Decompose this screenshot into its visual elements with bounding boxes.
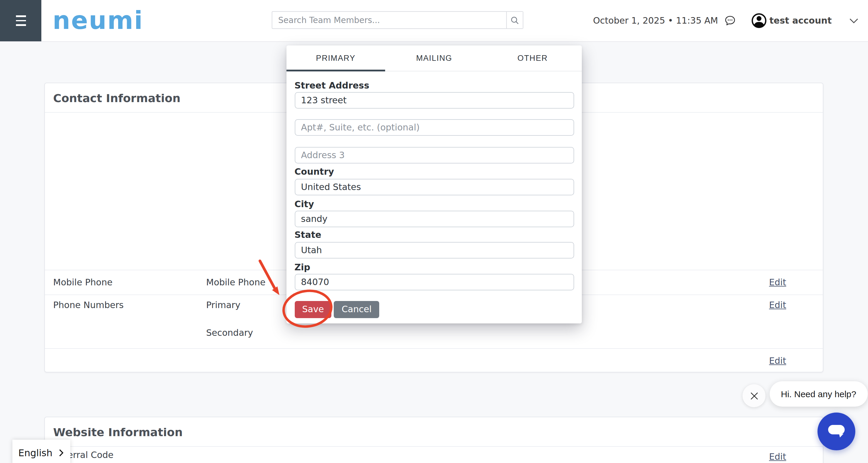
close-icon: [750, 392, 758, 400]
row-value: Secondary: [206, 329, 253, 338]
row-value: Mobile Phone: [206, 278, 266, 287]
language-label: English: [18, 448, 53, 459]
zip-label: Zip: [294, 263, 574, 272]
hamburger-menu-icon: [16, 15, 26, 17]
messages-button[interactable]: [724, 15, 735, 26]
country-label: Country: [294, 168, 574, 176]
edit-link[interactable]: Edit: [769, 301, 786, 310]
modal-button-row: Save Cancel: [294, 301, 574, 318]
brand-logo[interactable]: neumi: [53, 8, 144, 33]
search-button[interactable]: [506, 12, 523, 28]
chevron-down-icon: [849, 18, 858, 23]
datetime-label: October 1, 2025 • 11:35 AM: [593, 15, 718, 26]
modal-body: Street Address Country City State Zip Sa…: [286, 81, 582, 318]
save-button[interactable]: Save: [294, 301, 332, 318]
top-navbar: neumi October 1, 2025 • 11:35 AM: [0, 0, 868, 42]
row-label: Mobile Phone: [53, 278, 113, 287]
chat-bubble-icon: [826, 423, 846, 440]
hamburger-menu-icon: [16, 25, 26, 26]
active-tab-indicator: [286, 69, 385, 71]
hamburger-menu-icon: [16, 20, 26, 22]
app-root: neumi October 1, 2025 • 11:35 AM: [0, 0, 868, 463]
chevron-right-icon: [59, 449, 64, 457]
chat-bubble-icon: [724, 15, 735, 26]
modal-tab-bar: PRIMARY MAILING OTHER: [286, 45, 582, 71]
street-address-label: Street Address: [294, 81, 574, 90]
state-label: State: [294, 231, 574, 240]
website-information-card: Website Information Referral Code Edit: [44, 417, 824, 463]
chat-close-button[interactable]: [742, 384, 766, 407]
account-menu-button[interactable]: [750, 12, 767, 29]
hamburger-menu-button[interactable]: [0, 0, 41, 41]
tab-mailing[interactable]: MAILING: [385, 45, 483, 71]
country-field[interactable]: [294, 178, 574, 195]
address-edit-modal: PRIMARY MAILING OTHER Street Address Cou…: [286, 45, 582, 323]
street-address-field[interactable]: [294, 92, 574, 108]
chat-launcher-button[interactable]: [817, 412, 855, 450]
edit-link[interactable]: Edit: [769, 278, 786, 287]
chat-greeting[interactable]: Hi. Need any help?: [770, 381, 867, 407]
language-selector[interactable]: English: [12, 440, 70, 463]
row-label: Phone Numbers: [53, 301, 124, 310]
tab-other[interactable]: OTHER: [484, 45, 582, 71]
state-field[interactable]: [294, 242, 574, 258]
user-avatar-icon: [750, 12, 767, 29]
edit-link[interactable]: Edit: [769, 357, 786, 366]
account-caret-button[interactable]: [849, 18, 858, 23]
zip-field[interactable]: [294, 274, 574, 290]
search-bar: [272, 11, 523, 29]
contact-card-title: Contact Information: [53, 91, 181, 104]
address3-field[interactable]: [294, 147, 574, 164]
row-value: Primary: [206, 301, 240, 310]
tab-primary[interactable]: PRIMARY: [286, 45, 385, 71]
search-input[interactable]: [272, 12, 506, 28]
website-card-title: Website Information: [53, 425, 183, 438]
search-icon: [510, 15, 519, 25]
table-row: Edit: [45, 348, 823, 373]
apt-suite-field[interactable]: [294, 119, 574, 136]
city-field[interactable]: [294, 211, 574, 227]
cancel-button[interactable]: Cancel: [334, 301, 379, 318]
website-card-header: Website Information: [45, 417, 823, 447]
chat-greeting-text: Hi. Need any help?: [781, 389, 856, 399]
edit-link[interactable]: Edit: [769, 453, 786, 462]
navbar-right-cluster: October 1, 2025 • 11:35 AM test account: [593, 0, 858, 41]
account-name[interactable]: test account: [769, 15, 832, 26]
city-label: City: [294, 200, 574, 209]
